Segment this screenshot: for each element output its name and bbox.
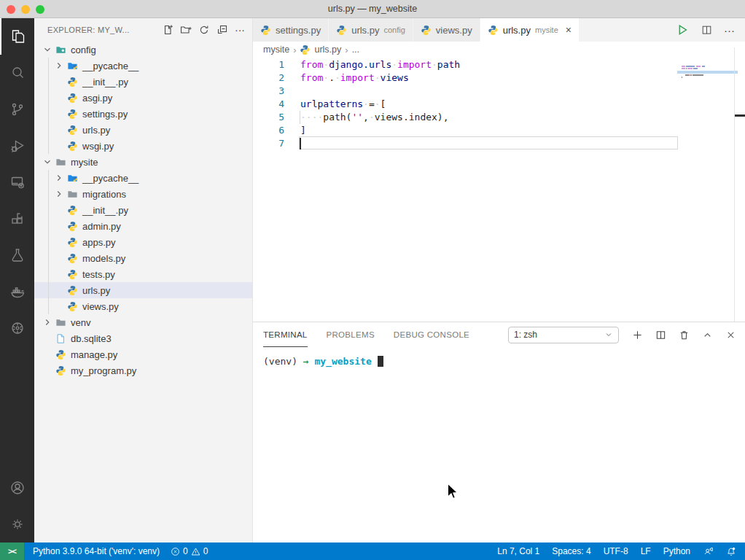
breadcrumb-item[interactable]: mysite	[263, 44, 289, 55]
tree-item-__pycache__[interactable]: __pycache__	[34, 170, 252, 186]
minimap[interactable]	[682, 61, 736, 76]
terminal-shell-select[interactable]: 1: zsh	[508, 327, 619, 343]
tree-item-wsgi.py[interactable]: wsgi.py	[34, 138, 252, 154]
overview-ruler	[734, 47, 735, 322]
notifications-bell-icon[interactable]	[726, 546, 736, 556]
code-line: urlpatterns·=·[	[300, 98, 672, 111]
close-icon[interactable]: ×	[566, 25, 572, 35]
remote-indicator[interactable]: ><	[0, 542, 24, 560]
tree-item-asgi.py[interactable]: asgi.py	[34, 90, 252, 106]
python-icon	[66, 285, 78, 296]
minimize-window-button[interactable]	[21, 5, 30, 14]
feedback-icon[interactable]	[703, 546, 714, 556]
overview-ruler-cursor-mark	[735, 114, 745, 117]
search-icon[interactable]	[0, 55, 34, 91]
status-problems[interactable]: 0 0	[171, 546, 208, 556]
tree-item-mysite[interactable]: mysite	[34, 154, 252, 170]
tree-item-label: manage.py	[71, 349, 117, 360]
line-number: 6	[253, 124, 284, 137]
panel-tab-debug-console[interactable]: DEBUG CONSOLE	[394, 323, 469, 347]
panel-tab-problems[interactable]: PROBLEMS	[327, 323, 375, 347]
terminal-content[interactable]: (venv) → my_website	[253, 347, 745, 376]
python-icon	[66, 205, 78, 216]
warning-icon	[191, 547, 200, 556]
collapse-folders-icon[interactable]	[217, 24, 228, 36]
tab-urls.py-config[interactable]: urls.pyconfig	[329, 18, 413, 42]
close-window-button[interactable]	[7, 5, 15, 14]
breadcrumb-item[interactable]: urls.py	[314, 44, 341, 55]
tree-item-tests.py[interactable]: tests.py	[34, 266, 252, 282]
new-file-icon[interactable]	[162, 24, 173, 36]
panel-tab-terminal[interactable]: TERMINAL	[263, 323, 308, 347]
tab-label: urls.py	[351, 25, 379, 36]
tab-dir-hint: config	[383, 26, 405, 34]
line-number: 7	[253, 137, 284, 150]
tree-item-__init__.py[interactable]: __init__.py	[34, 74, 252, 90]
tree-item-admin.py[interactable]: admin.py	[34, 218, 252, 234]
tree-item-manage.py[interactable]: manage.py	[34, 346, 252, 362]
maximize-panel-icon[interactable]	[702, 330, 713, 341]
new-folder-icon[interactable]	[180, 24, 192, 36]
split-editor-icon[interactable]	[701, 24, 713, 36]
run-and-debug-icon[interactable]	[0, 128, 34, 164]
tree-item-label: config	[71, 44, 96, 55]
docker-icon[interactable]	[0, 273, 34, 310]
status-bar-right: Ln 7, Col 1Spaces: 4UTF-8LFPython	[497, 546, 745, 556]
status-indentation[interactable]: Spaces: 4	[552, 546, 590, 556]
breadcrumb-separator: ›	[345, 44, 348, 55]
split-terminal-icon[interactable]	[655, 330, 666, 341]
tree-item-venv[interactable]: venv	[34, 314, 252, 330]
tab-label: settings.py	[276, 25, 321, 36]
window-controls	[7, 5, 44, 14]
kill-terminal-icon[interactable]	[679, 330, 690, 341]
tree-item-config[interactable]: config	[34, 42, 252, 58]
status-language-mode[interactable]: Python	[663, 546, 690, 556]
tab-views.py[interactable]: views.py	[413, 18, 480, 42]
explorer-header: EXPLORER: MY_W... ···	[34, 18, 252, 42]
tree-item-apps.py[interactable]: apps.py	[34, 234, 252, 250]
tree-item-urls.py[interactable]: urls.py	[34, 282, 252, 298]
tree-item-migrations[interactable]: migrations	[34, 186, 252, 202]
tree-item-__pycache__[interactable]: __pycache__	[34, 58, 252, 74]
extensions-icon[interactable]	[0, 201, 34, 237]
tree-item-settings.py[interactable]: settings.py	[34, 106, 252, 122]
panel-tab-list: TERMINALPROBLEMSDEBUG CONSOLE	[263, 322, 488, 347]
status-cursor-position[interactable]: Ln 7, Col 1	[497, 546, 539, 556]
account-icon[interactable]	[0, 470, 34, 506]
status-eol[interactable]: LF	[641, 546, 651, 556]
status-encoding[interactable]: UTF-8	[604, 546, 628, 556]
tree-item-views.py[interactable]: views.py	[34, 298, 252, 314]
new-terminal-icon[interactable]	[632, 330, 643, 341]
testing-icon[interactable]	[0, 237, 34, 273]
more-editor-actions-icon[interactable]: ···	[724, 24, 735, 36]
remote-explorer-icon[interactable]	[0, 164, 34, 201]
close-panel-icon[interactable]	[725, 330, 736, 341]
file-tree: config__pycache____init__.pyasgi.pysetti…	[34, 42, 252, 378]
zoom-window-button[interactable]	[36, 5, 44, 14]
kubernetes-icon[interactable]	[0, 310, 34, 346]
tree-item-label: __pycache__	[82, 173, 139, 184]
breadcrumb-item[interactable]: ...	[352, 44, 359, 55]
tab-settings.py[interactable]: settings.py	[253, 18, 329, 42]
explorer-icon[interactable]	[0, 18, 34, 55]
source-control-icon[interactable]	[0, 91, 34, 128]
tree-item-urls.py[interactable]: urls.py	[34, 122, 252, 138]
tree-item-db.sqlite3[interactable]: db.sqlite3	[34, 330, 252, 346]
tree-item-label: admin.py	[82, 221, 121, 232]
settings-gear-icon[interactable]	[0, 506, 34, 542]
warning-count: 0	[203, 546, 208, 556]
tree-item-models.py[interactable]: models.py	[34, 250, 252, 266]
tree-indent-guide	[48, 58, 49, 154]
tree-item-__init__.py[interactable]: __init__.py	[34, 202, 252, 218]
python-icon	[336, 25, 347, 36]
run-python-file-icon[interactable]	[675, 23, 690, 37]
status-python-interpreter[interactable]: Python 3.9.0 64-bit ('venv': venv)	[33, 546, 160, 556]
tree-item-label: my_program.py	[71, 365, 136, 376]
tree-item-label: wsgi.py	[82, 141, 114, 152]
refresh-icon[interactable]	[198, 24, 210, 36]
more-actions-icon[interactable]: ···	[235, 26, 245, 34]
terminal-block-cursor	[378, 356, 383, 367]
tab-urls.py-mysite[interactable]: urls.pymysite×	[480, 18, 580, 42]
tree-item-my_program.py[interactable]: my_program.py	[34, 362, 252, 378]
editor[interactable]: 1234567 from·django.urls·import·pathfrom…	[253, 58, 745, 322]
